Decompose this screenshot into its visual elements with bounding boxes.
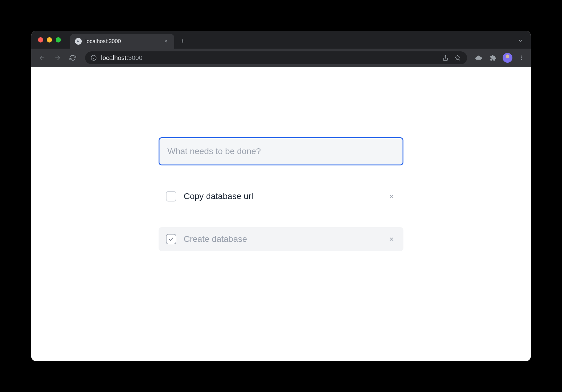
browser-tab[interactable]: localhost:3000 <box>70 34 174 49</box>
delete-todo-button[interactable] <box>387 235 396 244</box>
browser-chrome: localhost:3000 <box>31 31 531 67</box>
tab-title: localhost:3000 <box>85 38 159 45</box>
profile-avatar[interactable] <box>503 53 512 63</box>
maximize-window-button[interactable] <box>56 37 61 43</box>
todo-checkbox[interactable] <box>166 191 176 202</box>
svg-point-6 <box>521 59 522 60</box>
url-host: localhost <box>101 54 126 61</box>
tab-bar: localhost:3000 <box>31 31 531 49</box>
todo-text: Create database <box>184 234 380 244</box>
close-tab-button[interactable] <box>163 38 169 45</box>
check-icon <box>168 236 174 242</box>
minimize-window-button[interactable] <box>47 37 52 43</box>
todo-app: Copy database url Create database <box>159 137 403 361</box>
forward-button[interactable] <box>51 52 64 64</box>
close-window-button[interactable] <box>38 37 43 43</box>
todo-text: Copy database url <box>184 191 380 201</box>
back-button[interactable] <box>36 52 48 64</box>
share-button[interactable] <box>441 54 449 62</box>
cloud-extension-icon[interactable] <box>473 53 484 63</box>
tab-favicon-icon <box>75 38 82 45</box>
address-bar[interactable]: localhost:3000 <box>85 51 467 64</box>
browser-window: localhost:3000 <box>31 31 531 361</box>
bookmark-button[interactable] <box>454 54 462 62</box>
new-todo-input[interactable] <box>159 137 403 165</box>
todo-item: Create database <box>159 227 403 251</box>
reload-button[interactable] <box>67 52 79 64</box>
delete-todo-button[interactable] <box>387 192 396 201</box>
svg-point-4 <box>521 56 522 57</box>
todo-checkbox[interactable] <box>166 234 176 244</box>
url-path: :3000 <box>126 54 143 61</box>
todo-item: Copy database url <box>159 184 403 208</box>
toolbar-right <box>473 53 526 63</box>
todo-list: Copy database url Create database <box>159 184 403 251</box>
window-controls <box>38 37 61 43</box>
new-tab-button[interactable] <box>177 35 188 46</box>
extensions-button[interactable] <box>488 53 498 63</box>
site-info-icon[interactable] <box>91 55 97 61</box>
browser-menu-button[interactable] <box>517 53 526 62</box>
page-content: Copy database url Create database <box>31 67 531 361</box>
tabs-dropdown-button[interactable] <box>515 35 526 46</box>
svg-point-5 <box>521 57 522 58</box>
url-display: localhost:3000 <box>101 54 142 61</box>
address-actions <box>441 54 462 62</box>
svg-marker-3 <box>455 55 460 60</box>
browser-toolbar: localhost:3000 <box>31 49 531 67</box>
